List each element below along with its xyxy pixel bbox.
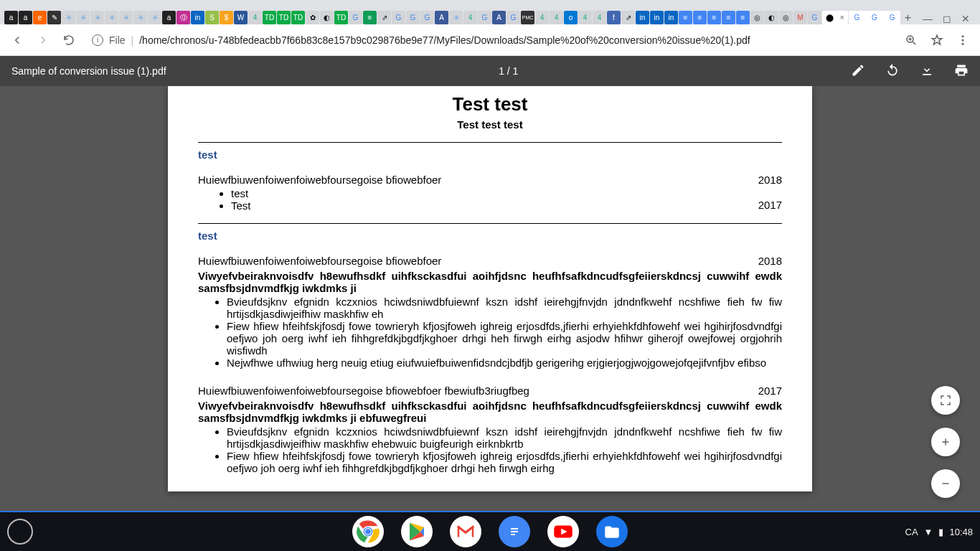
battery-icon: ▮	[938, 527, 943, 537]
tab-favicon[interactable]: ◐	[320, 11, 334, 24]
pdf-viewer[interactable]: Test test Test test test test Huiewfbiuw…	[0, 86, 980, 511]
tab-favicon[interactable]: 4	[463, 11, 477, 24]
tab-favicon[interactable]: PMC	[521, 11, 534, 24]
tab-group[interactable]: GGG	[849, 11, 900, 24]
entry-bullets: Bvieufdsjknv efgnidn kczxnios hciwdsniwd…	[227, 425, 782, 474]
tab-favicon[interactable]: ✳	[76, 11, 90, 24]
locale-indicator: CA	[905, 527, 918, 537]
chrome-icon: ⬤	[826, 14, 834, 22]
tab-favicon[interactable]: ✎	[47, 11, 61, 24]
rotate-icon[interactable]	[885, 63, 900, 80]
play-store-icon[interactable]	[401, 516, 433, 547]
tab-favicon[interactable]: ≡	[736, 11, 750, 24]
tab-favicon[interactable]: ✳	[148, 11, 161, 24]
tab-favicon[interactable]: ⇗	[621, 11, 635, 24]
maximize-icon[interactable]: ◻	[943, 13, 951, 24]
tab-favicon[interactable]: G	[406, 11, 420, 24]
tab-favicon[interactable]: TD	[291, 11, 305, 24]
close-icon[interactable]: ✕	[961, 13, 970, 24]
tab-favicon[interactable]: A	[492, 11, 506, 24]
forward-button[interactable]	[33, 30, 53, 50]
tab-favicon[interactable]: ✳	[119, 11, 133, 24]
docs-icon[interactable]	[499, 516, 530, 547]
minimize-icon[interactable]: —	[923, 13, 933, 24]
tab-favicon[interactable]: o	[564, 11, 578, 24]
edit-icon[interactable]	[851, 63, 865, 80]
tab-favicon[interactable]: G	[507, 11, 520, 24]
tab-favicon[interactable]: ✿	[306, 11, 319, 24]
url-scheme: File	[109, 34, 126, 46]
tab-favicon[interactable]: ✳	[133, 11, 147, 24]
tab-favicon[interactable]: A	[435, 11, 448, 24]
tab-favicon[interactable]: ≡	[693, 11, 707, 24]
tab-active[interactable]: ⬤ ×	[822, 11, 848, 24]
tab-favicon[interactable]: ◎	[750, 11, 764, 24]
tab-favicon[interactable]: 4	[593, 11, 606, 24]
tab-favicon[interactable]: G	[808, 11, 821, 24]
tab-favicon[interactable]: in	[664, 11, 678, 24]
tab-favicon[interactable]: ✳	[62, 11, 75, 24]
tab-favicon[interactable]: TD	[263, 11, 276, 24]
tab-favicon[interactable]: ✳	[449, 11, 463, 24]
tab-favicon[interactable]: ◎	[779, 11, 793, 24]
tab-favicon[interactable]: ≡	[679, 11, 692, 24]
reload-button[interactable]	[59, 30, 79, 50]
entry: Huiewfbiuwenfoiwenfoiwebfoursegoise bfio…	[198, 174, 782, 212]
tab-favicon[interactable]: in	[650, 11, 664, 24]
gmail-icon[interactable]	[450, 516, 481, 547]
tab-favicon[interactable]: W	[234, 11, 248, 24]
zoom-in-button[interactable]	[931, 428, 960, 456]
tab-favicon[interactable]: a	[19, 11, 32, 24]
close-tab-icon[interactable]: ×	[840, 14, 844, 22]
tab-favicon[interactable]: 4	[578, 11, 592, 24]
tab-favicon[interactable]: in	[636, 11, 649, 24]
pdf-file-title: Sample of conversion issue (1).pdf	[11, 65, 166, 77]
tab-favicon[interactable]: 4	[535, 11, 549, 24]
info-icon[interactable]: i	[92, 34, 103, 46]
tab-favicon[interactable]: Ⓠ	[176, 11, 190, 24]
tab-favicon[interactable]: TD	[277, 11, 291, 24]
svg-point-1	[962, 35, 964, 37]
tab-favicon[interactable]: ✳	[90, 11, 104, 24]
tab-favicon[interactable]: a	[162, 11, 176, 24]
zoom-icon[interactable]	[901, 30, 921, 50]
tab-favicon[interactable]: 4	[550, 11, 563, 24]
bookmark-icon[interactable]	[927, 30, 947, 50]
back-button[interactable]	[7, 30, 27, 50]
url-field[interactable]: i File | /home/chronos/u-748bfedeacbb7f6…	[85, 29, 895, 51]
tab-favicon[interactable]: ≡	[707, 11, 721, 24]
entry: Huiewfbiuwenfoiwenfoiwebfoursegoise bfio…	[198, 385, 782, 474]
download-icon[interactable]	[920, 63, 934, 80]
launcher-button[interactable]	[7, 519, 33, 545]
tab-favicon[interactable]: in	[191, 11, 204, 24]
tab-favicon[interactable]: G	[349, 11, 362, 24]
list-item: Test	[231, 199, 251, 212]
zoom-out-button[interactable]	[931, 469, 960, 498]
files-icon[interactable]	[596, 516, 628, 547]
tab-favicon[interactable]: G	[478, 11, 491, 24]
fit-page-button[interactable]	[931, 386, 960, 415]
print-icon[interactable]	[954, 63, 969, 80]
tab-favicon[interactable]: a	[4, 11, 18, 24]
tab-favicon[interactable]: TD	[334, 11, 348, 24]
menu-icon[interactable]	[953, 30, 973, 50]
tab-favicon[interactable]: ✳	[105, 11, 118, 24]
tab-favicon[interactable]: e	[33, 11, 47, 24]
new-tab-button[interactable]: +	[901, 11, 915, 24]
chrome-app-icon[interactable]	[352, 516, 384, 547]
tab-favicon[interactable]: 4	[248, 11, 262, 24]
tab-favicon[interactable]: S	[205, 11, 219, 24]
clock: 10:48	[949, 527, 973, 537]
tab-favicon[interactable]: G	[392, 11, 405, 24]
youtube-icon[interactable]	[547, 516, 579, 547]
tab-favicon[interactable]: f	[607, 11, 621, 24]
tab-favicon[interactable]: ≡	[722, 11, 735, 24]
status-tray[interactable]: CA ▼ ▮ 10:48	[905, 527, 973, 537]
tab-favicon[interactable]: ⇗	[377, 11, 391, 24]
tab-favicon[interactable]: ◐	[765, 11, 778, 24]
tab-favicon[interactable]: M	[793, 11, 807, 24]
svg-point-2	[962, 39, 964, 41]
tab-favicon[interactable]: ≡	[363, 11, 377, 24]
tab-favicon[interactable]: $	[220, 11, 233, 24]
tab-favicon[interactable]: G	[420, 11, 434, 24]
